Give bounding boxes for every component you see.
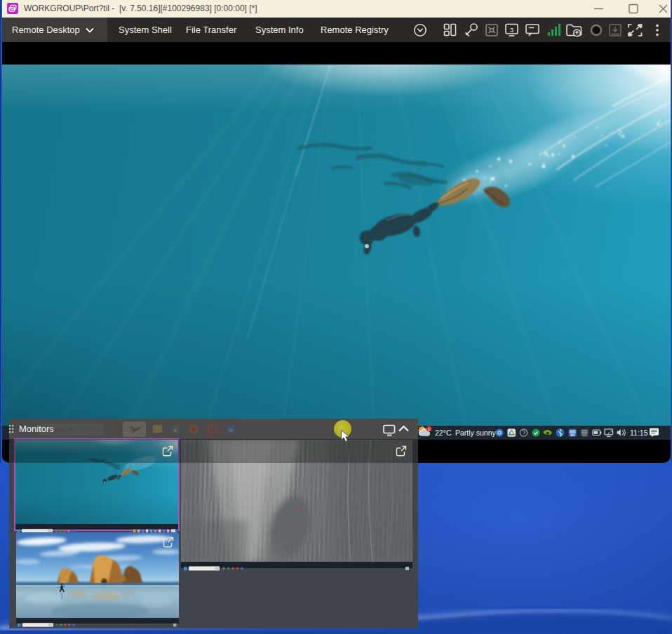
svg-text:11:15: 11:15: [630, 429, 648, 437]
svg-text:Partly sunny: Partly sunny: [455, 429, 497, 437]
svg-text:22°C: 22°C: [435, 429, 452, 437]
svg-text:3: 3: [510, 27, 513, 34]
svg-text:1: 1: [428, 427, 430, 431]
svg-text:w: w: [228, 426, 234, 433]
svg-text:Search: Search: [50, 426, 74, 434]
svg-text:x: x: [174, 426, 177, 433]
